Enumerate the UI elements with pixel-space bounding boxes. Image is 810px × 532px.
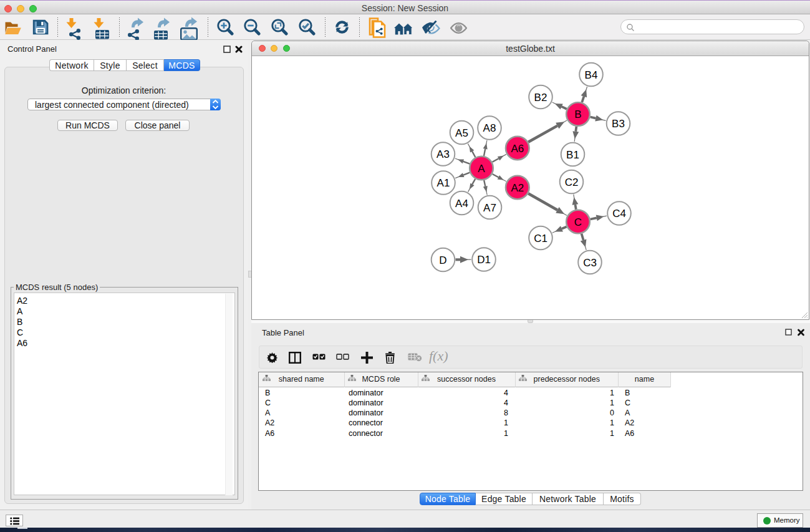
svg-text:A8: A8 [483,122,496,134]
svg-text:B4: B4 [585,69,598,81]
svg-text:B3: B3 [612,118,625,130]
svg-text:B1: B1 [566,149,579,161]
svg-text:A4: A4 [455,198,468,210]
svg-text:D1: D1 [477,254,491,266]
svg-text:C4: C4 [612,208,626,220]
svg-text:A7: A7 [483,202,496,214]
svg-text:B2: B2 [534,92,547,104]
svg-text:A1: A1 [437,177,450,189]
svg-text:D: D [439,254,446,266]
svg-text:B: B [574,109,581,120]
svg-text:C1: C1 [534,233,547,244]
svg-text:C3: C3 [583,257,597,269]
svg-text:A5: A5 [455,127,468,139]
svg-text:C: C [574,216,582,228]
svg-text:A: A [478,163,485,175]
svg-text:C2: C2 [565,177,579,188]
svg-text:A3: A3 [436,148,450,160]
svg-text:A6: A6 [511,143,524,155]
svg-text:A2: A2 [511,182,524,194]
